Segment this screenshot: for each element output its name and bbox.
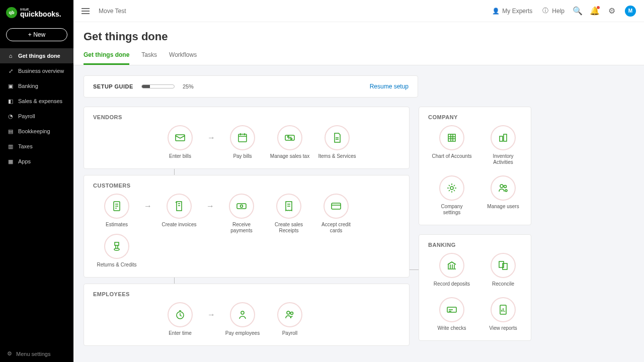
svg-point-13 xyxy=(291,312,293,315)
sidebar-item-get-things-done[interactable]: ⌂Get things done xyxy=(0,48,73,63)
tile-receive-payments[interactable]: Receive payments xyxy=(218,194,265,234)
company-panel: COMPANY Chart of Accounts Inventory Acti… xyxy=(419,107,531,225)
credit-card-icon xyxy=(330,200,342,212)
invoice-icon xyxy=(173,200,185,212)
book-icon: ▤ xyxy=(7,128,14,135)
svg-point-19 xyxy=(504,186,507,188)
main: Move Test 👤My Experts ⓘHelp 🔍 🔔 ⚙ M Get … xyxy=(73,0,644,362)
customers-title: CUSTOMERS xyxy=(93,183,400,189)
home-icon: ⌂ xyxy=(7,52,14,59)
sidebar-item-taxes[interactable]: ▥Taxes xyxy=(0,139,73,154)
svg-rect-8 xyxy=(332,203,341,209)
tile-payroll[interactable]: Payroll xyxy=(266,302,313,336)
customers-panel: CUSTOMERS Estimates Create invoices Rece… xyxy=(84,175,410,278)
sidebar-item-apps[interactable]: ▦Apps xyxy=(0,154,73,169)
taxes-icon: ▥ xyxy=(7,143,14,150)
money-icon xyxy=(235,200,248,212)
logo-icon xyxy=(6,7,17,18)
tile-record-deposits[interactable]: Record deposits xyxy=(428,253,475,287)
apps-icon: ▦ xyxy=(7,158,14,165)
company-title: COMPANY xyxy=(428,114,522,120)
person-icon: 👤 xyxy=(492,7,500,15)
arrow-icon xyxy=(140,194,155,219)
tile-returns-credits[interactable]: Returns & Credits xyxy=(93,234,140,268)
tile-chart-of-accounts[interactable]: Chart of Accounts xyxy=(428,125,475,165)
tile-write-checks[interactable]: Write checks xyxy=(428,297,475,331)
employees-title: EMPLOYEES xyxy=(93,291,400,297)
svg-point-18 xyxy=(500,185,503,188)
avatar[interactable]: M xyxy=(625,6,636,17)
svg-point-3 xyxy=(288,136,289,138)
gear-icon xyxy=(446,182,458,194)
svg-rect-1 xyxy=(238,134,247,142)
calendar-icon xyxy=(236,132,249,144)
tile-create-invoices[interactable]: Create invoices xyxy=(155,194,203,228)
search-icon[interactable]: 🔍 xyxy=(574,7,582,15)
vendors-panel: VENDORS Enter bills Pay bills Manage sal… xyxy=(84,107,410,169)
sidebar-item-sales-expenses[interactable]: ◧Sales & expenses xyxy=(0,94,73,109)
resume-setup-link[interactable]: Resume setup xyxy=(370,83,409,90)
svg-rect-0 xyxy=(176,135,185,141)
svg-point-17 xyxy=(450,187,453,190)
reconcile-icon xyxy=(497,259,509,272)
svg-point-12 xyxy=(287,311,290,314)
new-button[interactable]: + New xyxy=(6,28,67,41)
bank-icon: ▣ xyxy=(7,82,14,89)
setup-guide: SETUP GUIDE 25% Resume setup xyxy=(84,75,418,98)
receipt-icon xyxy=(283,200,295,212)
my-experts-button[interactable]: 👤My Experts xyxy=(492,7,532,15)
report-icon xyxy=(497,304,509,316)
tile-items-services[interactable]: Items & Services xyxy=(313,125,361,159)
sidebar-item-payroll[interactable]: ◔Payroll xyxy=(0,109,73,124)
estimate-icon xyxy=(111,200,123,212)
svg-rect-14 xyxy=(448,134,455,141)
tile-company-settings[interactable]: Company settings xyxy=(428,175,475,216)
logo-text: intuit quickbooks. xyxy=(20,7,61,18)
tile-view-reports[interactable]: View reports xyxy=(479,297,527,331)
progress-percent: 25% xyxy=(183,83,194,89)
vendors-title: VENDORS xyxy=(93,114,400,120)
tile-estimates[interactable]: Estimates xyxy=(93,194,140,228)
bank-building-icon xyxy=(446,259,458,272)
menu-settings[interactable]: ⚙Menu settings xyxy=(0,345,73,362)
gear-icon: ⚙ xyxy=(7,350,12,357)
help-icon: ⓘ xyxy=(541,7,549,15)
tabs: Get things done Tasks Workflows xyxy=(73,43,644,65)
tile-accept-credit-cards[interactable]: Accept credit cards xyxy=(312,194,360,234)
tab-workflows[interactable]: Workflows xyxy=(169,51,197,65)
hamburger-icon[interactable] xyxy=(82,8,90,14)
sidebar-item-business-overview[interactable]: ⤢Business overview xyxy=(0,63,73,78)
arrow-icon xyxy=(203,194,218,219)
tile-create-sales-receipts[interactable]: Create sales Receipts xyxy=(265,194,312,234)
payroll-icon: ◔ xyxy=(7,113,14,120)
tile-enter-bills[interactable]: Enter bills xyxy=(156,125,204,159)
svg-rect-6 xyxy=(237,204,246,209)
inventory-icon xyxy=(497,132,509,144)
svg-point-11 xyxy=(241,311,244,314)
tile-reconcile[interactable]: Reconcile xyxy=(479,253,527,287)
banking-title: BANKING xyxy=(428,242,522,248)
tile-pay-employees[interactable]: Pay employees xyxy=(219,302,266,336)
tile-inventory-activities[interactable]: Inventory Activities xyxy=(479,125,527,165)
sidebar-item-banking[interactable]: ▣Banking xyxy=(0,78,73,94)
settings-icon[interactable]: ⚙ xyxy=(608,7,616,15)
page-title: Get things done xyxy=(84,30,634,43)
notifications-icon[interactable]: 🔔 xyxy=(591,7,599,15)
tile-enter-time[interactable]: Enter time xyxy=(156,302,204,336)
people-icon xyxy=(284,309,296,321)
tile-pay-bills[interactable]: Pay bills xyxy=(219,125,266,159)
chart-icon: ⤢ xyxy=(7,67,14,74)
progress-bar xyxy=(141,84,175,88)
tile-manage-users[interactable]: Manage users xyxy=(479,175,527,216)
tile-manage-sales-tax[interactable]: Manage sales tax xyxy=(266,125,313,159)
content: SETUP GUIDE 25% Resume setup VENDORS xyxy=(73,65,644,362)
sidebar-item-bookkeeping[interactable]: ▤Bookkeeping xyxy=(0,124,73,139)
help-button[interactable]: ⓘHelp xyxy=(541,7,565,15)
svg-point-4 xyxy=(291,138,292,140)
topbar: Move Test 👤My Experts ⓘHelp 🔍 🔔 ⚙ M xyxy=(73,0,644,22)
tab-get-things-done[interactable]: Get things done xyxy=(84,51,129,65)
check-icon xyxy=(446,304,458,316)
tab-tasks[interactable]: Tasks xyxy=(141,51,157,65)
page-header: Get things done xyxy=(73,22,644,43)
returns-icon xyxy=(111,240,123,252)
